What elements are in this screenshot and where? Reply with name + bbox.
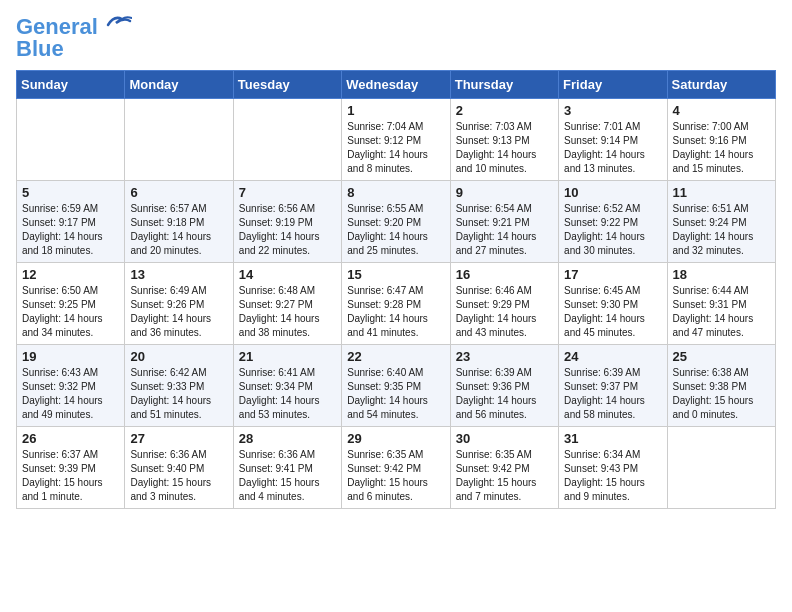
day-number: 22 <box>347 349 444 364</box>
calendar-cell: 17Sunrise: 6:45 AMSunset: 9:30 PMDayligh… <box>559 263 667 345</box>
calendar-cell <box>17 99 125 181</box>
col-header-wednesday: Wednesday <box>342 71 450 99</box>
day-number: 23 <box>456 349 553 364</box>
day-number: 2 <box>456 103 553 118</box>
day-info: Sunrise: 6:57 AMSunset: 9:18 PMDaylight:… <box>130 202 227 258</box>
calendar-cell: 28Sunrise: 6:36 AMSunset: 9:41 PMDayligh… <box>233 427 341 509</box>
calendar-cell: 16Sunrise: 6:46 AMSunset: 9:29 PMDayligh… <box>450 263 558 345</box>
day-number: 10 <box>564 185 661 200</box>
logo-bird-icon <box>100 13 132 35</box>
day-info: Sunrise: 6:35 AMSunset: 9:42 PMDaylight:… <box>347 448 444 504</box>
calendar-cell: 22Sunrise: 6:40 AMSunset: 9:35 PMDayligh… <box>342 345 450 427</box>
calendar-cell: 9Sunrise: 6:54 AMSunset: 9:21 PMDaylight… <box>450 181 558 263</box>
day-info: Sunrise: 6:44 AMSunset: 9:31 PMDaylight:… <box>673 284 770 340</box>
day-info: Sunrise: 6:39 AMSunset: 9:37 PMDaylight:… <box>564 366 661 422</box>
calendar-cell: 25Sunrise: 6:38 AMSunset: 9:38 PMDayligh… <box>667 345 775 427</box>
day-info: Sunrise: 6:48 AMSunset: 9:27 PMDaylight:… <box>239 284 336 340</box>
day-number: 28 <box>239 431 336 446</box>
calendar-week-row: 12Sunrise: 6:50 AMSunset: 9:25 PMDayligh… <box>17 263 776 345</box>
calendar-week-row: 5Sunrise: 6:59 AMSunset: 9:17 PMDaylight… <box>17 181 776 263</box>
calendar-cell: 21Sunrise: 6:41 AMSunset: 9:34 PMDayligh… <box>233 345 341 427</box>
day-info: Sunrise: 6:47 AMSunset: 9:28 PMDaylight:… <box>347 284 444 340</box>
calendar-cell: 14Sunrise: 6:48 AMSunset: 9:27 PMDayligh… <box>233 263 341 345</box>
day-info: Sunrise: 6:40 AMSunset: 9:35 PMDaylight:… <box>347 366 444 422</box>
calendar-week-row: 26Sunrise: 6:37 AMSunset: 9:39 PMDayligh… <box>17 427 776 509</box>
calendar-cell: 30Sunrise: 6:35 AMSunset: 9:42 PMDayligh… <box>450 427 558 509</box>
day-info: Sunrise: 6:49 AMSunset: 9:26 PMDaylight:… <box>130 284 227 340</box>
calendar-cell: 26Sunrise: 6:37 AMSunset: 9:39 PMDayligh… <box>17 427 125 509</box>
day-number: 26 <box>22 431 119 446</box>
day-info: Sunrise: 6:51 AMSunset: 9:24 PMDaylight:… <box>673 202 770 258</box>
day-info: Sunrise: 6:46 AMSunset: 9:29 PMDaylight:… <box>456 284 553 340</box>
day-info: Sunrise: 6:36 AMSunset: 9:41 PMDaylight:… <box>239 448 336 504</box>
day-info: Sunrise: 6:41 AMSunset: 9:34 PMDaylight:… <box>239 366 336 422</box>
calendar-cell: 23Sunrise: 6:39 AMSunset: 9:36 PMDayligh… <box>450 345 558 427</box>
day-number: 15 <box>347 267 444 282</box>
calendar-cell: 27Sunrise: 6:36 AMSunset: 9:40 PMDayligh… <box>125 427 233 509</box>
day-info: Sunrise: 6:43 AMSunset: 9:32 PMDaylight:… <box>22 366 119 422</box>
day-number: 6 <box>130 185 227 200</box>
day-number: 17 <box>564 267 661 282</box>
calendar-header-row: SundayMondayTuesdayWednesdayThursdayFrid… <box>17 71 776 99</box>
col-header-monday: Monday <box>125 71 233 99</box>
day-info: Sunrise: 6:55 AMSunset: 9:20 PMDaylight:… <box>347 202 444 258</box>
day-number: 24 <box>564 349 661 364</box>
day-info: Sunrise: 7:01 AMSunset: 9:14 PMDaylight:… <box>564 120 661 176</box>
day-info: Sunrise: 7:04 AMSunset: 9:12 PMDaylight:… <box>347 120 444 176</box>
day-info: Sunrise: 6:50 AMSunset: 9:25 PMDaylight:… <box>22 284 119 340</box>
day-number: 11 <box>673 185 770 200</box>
calendar-cell: 29Sunrise: 6:35 AMSunset: 9:42 PMDayligh… <box>342 427 450 509</box>
logo-blue: Blue <box>16 38 64 60</box>
day-number: 5 <box>22 185 119 200</box>
day-number: 30 <box>456 431 553 446</box>
day-number: 1 <box>347 103 444 118</box>
day-number: 8 <box>347 185 444 200</box>
day-number: 9 <box>456 185 553 200</box>
calendar-cell: 18Sunrise: 6:44 AMSunset: 9:31 PMDayligh… <box>667 263 775 345</box>
calendar-cell: 3Sunrise: 7:01 AMSunset: 9:14 PMDaylight… <box>559 99 667 181</box>
day-info: Sunrise: 6:45 AMSunset: 9:30 PMDaylight:… <box>564 284 661 340</box>
day-number: 29 <box>347 431 444 446</box>
calendar-cell <box>125 99 233 181</box>
day-number: 3 <box>564 103 661 118</box>
calendar-cell: 24Sunrise: 6:39 AMSunset: 9:37 PMDayligh… <box>559 345 667 427</box>
day-info: Sunrise: 6:35 AMSunset: 9:42 PMDaylight:… <box>456 448 553 504</box>
calendar-cell: 6Sunrise: 6:57 AMSunset: 9:18 PMDaylight… <box>125 181 233 263</box>
calendar-cell: 1Sunrise: 7:04 AMSunset: 9:12 PMDaylight… <box>342 99 450 181</box>
day-info: Sunrise: 6:38 AMSunset: 9:38 PMDaylight:… <box>673 366 770 422</box>
day-number: 4 <box>673 103 770 118</box>
day-info: Sunrise: 6:56 AMSunset: 9:19 PMDaylight:… <box>239 202 336 258</box>
calendar-cell: 15Sunrise: 6:47 AMSunset: 9:28 PMDayligh… <box>342 263 450 345</box>
calendar-week-row: 19Sunrise: 6:43 AMSunset: 9:32 PMDayligh… <box>17 345 776 427</box>
calendar-cell: 5Sunrise: 6:59 AMSunset: 9:17 PMDaylight… <box>17 181 125 263</box>
calendar-cell <box>233 99 341 181</box>
calendar-cell: 31Sunrise: 6:34 AMSunset: 9:43 PMDayligh… <box>559 427 667 509</box>
day-number: 13 <box>130 267 227 282</box>
day-info: Sunrise: 6:54 AMSunset: 9:21 PMDaylight:… <box>456 202 553 258</box>
col-header-tuesday: Tuesday <box>233 71 341 99</box>
calendar-cell: 2Sunrise: 7:03 AMSunset: 9:13 PMDaylight… <box>450 99 558 181</box>
day-number: 25 <box>673 349 770 364</box>
calendar-table: SundayMondayTuesdayWednesdayThursdayFrid… <box>16 70 776 509</box>
day-info: Sunrise: 6:52 AMSunset: 9:22 PMDaylight:… <box>564 202 661 258</box>
calendar-cell: 19Sunrise: 6:43 AMSunset: 9:32 PMDayligh… <box>17 345 125 427</box>
calendar-cell: 4Sunrise: 7:00 AMSunset: 9:16 PMDaylight… <box>667 99 775 181</box>
day-number: 21 <box>239 349 336 364</box>
page-header: General Blue <box>16 16 776 60</box>
logo-text: General <box>16 16 98 38</box>
day-number: 18 <box>673 267 770 282</box>
calendar-cell: 7Sunrise: 6:56 AMSunset: 9:19 PMDaylight… <box>233 181 341 263</box>
day-number: 27 <box>130 431 227 446</box>
calendar-cell: 13Sunrise: 6:49 AMSunset: 9:26 PMDayligh… <box>125 263 233 345</box>
day-info: Sunrise: 6:36 AMSunset: 9:40 PMDaylight:… <box>130 448 227 504</box>
calendar-week-row: 1Sunrise: 7:04 AMSunset: 9:12 PMDaylight… <box>17 99 776 181</box>
day-info: Sunrise: 6:37 AMSunset: 9:39 PMDaylight:… <box>22 448 119 504</box>
day-number: 16 <box>456 267 553 282</box>
day-info: Sunrise: 7:03 AMSunset: 9:13 PMDaylight:… <box>456 120 553 176</box>
day-info: Sunrise: 6:59 AMSunset: 9:17 PMDaylight:… <box>22 202 119 258</box>
col-header-saturday: Saturday <box>667 71 775 99</box>
calendar-cell <box>667 427 775 509</box>
calendar-cell: 20Sunrise: 6:42 AMSunset: 9:33 PMDayligh… <box>125 345 233 427</box>
day-info: Sunrise: 6:39 AMSunset: 9:36 PMDaylight:… <box>456 366 553 422</box>
day-number: 14 <box>239 267 336 282</box>
